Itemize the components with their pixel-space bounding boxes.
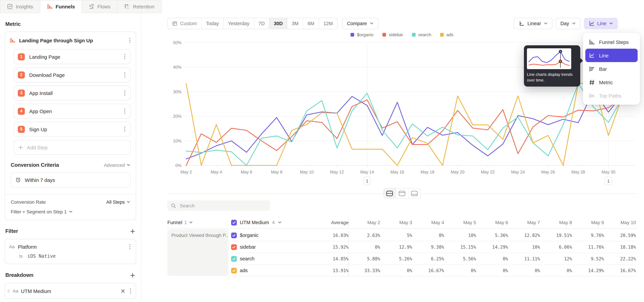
filter-card[interactable]: Aa Platform Is iOS Native <box>5 239 136 264</box>
filter-value[interactable]: iOS Native <box>27 253 56 259</box>
legend-item[interactable]: ads <box>440 32 454 37</box>
menu-item-funnel-steps[interactable]: Funnel Steps <box>585 35 638 49</box>
tab-flows[interactable]: Flows <box>82 0 118 13</box>
select-all-checkbox[interactable] <box>231 220 237 225</box>
date-column-header[interactable]: May 9 <box>573 220 605 225</box>
step-label: Download Page <box>29 72 123 78</box>
funnel-step-row[interactable]: 1Landing Page <box>14 49 130 64</box>
range-label: 3M <box>292 21 298 26</box>
table-panel-view-button[interactable] <box>408 188 420 198</box>
chart-type-dropdown[interactable]: Line <box>584 18 618 29</box>
chevron-down-icon <box>69 210 73 214</box>
filter-segment-dropdown[interactable]: Filter + Segment on Step 1 <box>11 209 130 214</box>
range-yesterday[interactable]: Yesterday <box>223 18 254 29</box>
remove-breakdown-icon[interactable] <box>120 288 126 294</box>
range-6m[interactable]: 6M <box>303 18 319 29</box>
date-column-header[interactable]: May 6 <box>477 220 509 225</box>
breakdown-column-header[interactable]: UTM Medium 4 <box>231 220 314 225</box>
conversion-window-row[interactable]: Within 7 days <box>11 172 130 188</box>
kebab-menu-icon[interactable] <box>123 53 127 60</box>
layout-top-icon <box>398 190 406 196</box>
legend-swatch <box>382 33 386 36</box>
menu-item-line[interactable]: Line <box>585 49 638 62</box>
scale-dropdown[interactable]: Linear <box>514 18 552 29</box>
range-7d[interactable]: 7D <box>254 18 269 29</box>
cell-value: 14.29% <box>477 244 509 250</box>
tab-funnels[interactable]: Funnels <box>40 0 82 13</box>
date-column-header[interactable]: May 8 <box>541 220 573 225</box>
x-axis-tick: May 14 <box>360 170 374 174</box>
add-breakdown-button[interactable] <box>130 272 136 278</box>
range-3m[interactable]: 3M <box>287 18 303 29</box>
range-label: 12M <box>323 21 333 26</box>
cell-value: 16.67% <box>413 268 445 273</box>
layout-bottom-icon <box>411 190 418 196</box>
range-today[interactable]: Today <box>201 18 223 29</box>
funnel-column-header[interactable]: Funnel 1 <box>167 220 231 225</box>
kebab-menu-icon[interactable] <box>123 90 127 96</box>
add-step-button[interactable]: Add Step <box>14 140 130 155</box>
breakdown-header-count: 4 <box>272 220 275 225</box>
funnel-step-row[interactable]: 3App Install <box>14 86 130 100</box>
metric-icon <box>588 79 595 86</box>
chevron-down-icon <box>278 220 282 224</box>
funnel-step-row[interactable]: 2Download Page <box>14 68 130 82</box>
date-column-header[interactable]: May 4 <box>413 220 445 225</box>
chart-panel-view-button[interactable] <box>396 188 408 198</box>
range-12m[interactable]: 12M <box>319 18 337 29</box>
legend-label: ads <box>446 32 454 37</box>
kebab-menu-icon[interactable] <box>123 108 127 114</box>
funnel-name-cell[interactable]: Product Viewed through P... <box>167 230 228 276</box>
series-line-organic[interactable] <box>186 91 624 159</box>
average-column-header[interactable]: Average <box>314 220 348 225</box>
average-value: 15.92% <box>314 244 348 250</box>
tab-retention[interactable]: Retention <box>118 0 162 13</box>
x-axis-tick: May 24 <box>511 170 525 174</box>
date-column-header[interactable]: May 7 <box>509 220 541 225</box>
table-row: search 14.85% 5.88%5.26%6.25%5.56%0%11.1… <box>231 253 636 265</box>
legend-item[interactable]: $organic <box>350 32 374 37</box>
metric-header[interactable]: Landing Page through Sign Up <box>5 32 136 48</box>
legend-item[interactable]: search <box>412 32 431 37</box>
series-name: ads <box>240 268 248 273</box>
table-search[interactable] <box>167 200 270 211</box>
search-input[interactable] <box>179 202 267 208</box>
advanced-dropdown[interactable]: Advanced <box>104 162 130 168</box>
drag-handle-icon[interactable] <box>7 289 10 293</box>
date-column-header[interactable]: May 10 <box>604 220 636 225</box>
tab-insights[interactable]: Insights <box>0 0 40 13</box>
cell-value: 6.25% <box>413 256 445 261</box>
series-checkbox[interactable] <box>231 244 237 250</box>
kebab-menu-icon[interactable] <box>128 243 132 250</box>
breakdown-card[interactable]: Aa UTM Medium <box>5 283 136 299</box>
range-30d[interactable]: 30D <box>269 18 287 29</box>
metric-card: Landing Page through Sign Up 1Landing Pa… <box>5 32 136 220</box>
funnel-step-row[interactable]: 5Sign Up <box>14 122 130 136</box>
compare-button[interactable]: Compare <box>342 18 378 29</box>
funnel-steps-icon <box>588 39 595 45</box>
granularity-dropdown[interactable]: Day <box>556 18 580 29</box>
kebab-menu-icon[interactable] <box>128 288 132 294</box>
kebab-menu-icon[interactable] <box>128 37 132 44</box>
chart-type-label: Line <box>597 21 606 26</box>
granularity-label: Day <box>560 21 569 26</box>
conversion-rate-dropdown[interactable]: All Steps <box>106 199 131 205</box>
series-checkbox[interactable] <box>231 268 237 273</box>
kebab-menu-icon[interactable] <box>123 72 127 78</box>
menu-item-bar[interactable]: Bar <box>585 62 638 76</box>
kebab-menu-icon[interactable] <box>123 126 127 132</box>
series-checkbox[interactable] <box>231 232 237 238</box>
menu-item-metric[interactable]: Metric <box>585 76 638 89</box>
funnel-step-row[interactable]: 4App Open <box>14 104 130 118</box>
date-values: 2.63%5%8%10%5.36%12.82%19.51%9.76%20.59% <box>348 230 636 241</box>
add-filter-button[interactable] <box>130 228 136 234</box>
search-icon <box>171 203 176 208</box>
step-number-badge: 2 <box>18 71 25 78</box>
date-column-header[interactable]: May 5 <box>445 220 477 225</box>
date-column-header[interactable]: May 3 <box>381 220 413 225</box>
series-checkbox[interactable] <box>231 256 237 262</box>
split-view-button[interactable] <box>384 188 396 198</box>
range-custom[interactable]: Custom <box>168 18 201 29</box>
date-column-header[interactable]: May 2 <box>349 220 381 225</box>
legend-item[interactable]: sidebar <box>382 32 403 37</box>
